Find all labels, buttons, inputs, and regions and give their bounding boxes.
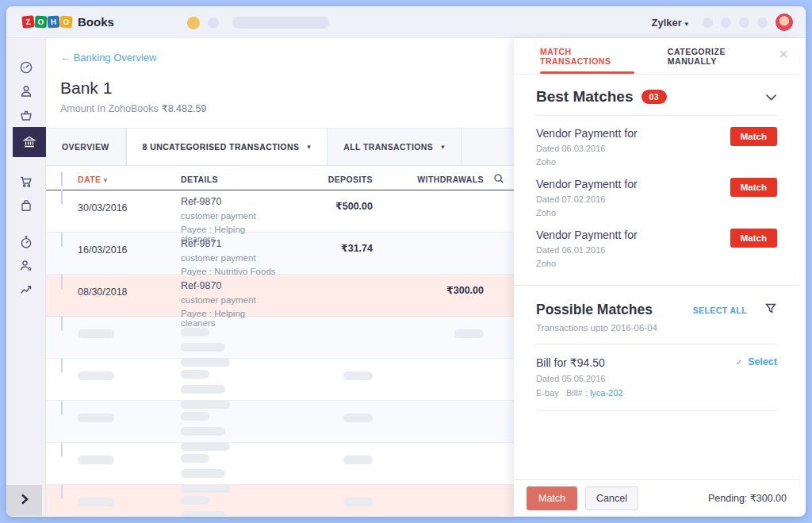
match-button[interactable]: Match <box>730 127 777 146</box>
sidebar-item-contacts[interactable] <box>13 79 40 103</box>
select-all-link[interactable]: SELECT ALL <box>693 306 747 315</box>
skeleton-row <box>46 401 514 443</box>
pending-amount: Pending: ₹300.00 <box>708 492 787 504</box>
row-checkbox[interactable] <box>61 316 63 331</box>
transaction-ref: Ref-9870 <box>181 196 282 207</box>
org-selector[interactable]: Zylker ▾ <box>652 17 688 29</box>
user-avatar[interactable] <box>776 13 793 31</box>
deposit-amount: ₹31.74 <box>282 233 373 276</box>
sidebar-item-sales[interactable] <box>13 170 40 194</box>
topbar-icon-placeholder-3 <box>739 17 749 28</box>
match-transactions-panel: MATCH TRANSACTIONS CATEGORIZE MANUALLY ×… <box>514 38 799 516</box>
best-matches-title: Best Matches <box>536 88 634 106</box>
match-button[interactable]: Match <box>730 178 777 197</box>
tab-uncategorised-transactions[interactable]: 8 UNCATEGORISED TRANSACTIONS▾ <box>126 129 328 165</box>
chevron-right-icon <box>21 494 29 508</box>
amount-value: ₹8.482.59 <box>162 103 207 114</box>
tab-overview[interactable]: OVERVIEW <box>46 129 126 165</box>
cart-icon <box>19 175 33 189</box>
skeleton-bar <box>181 496 209 505</box>
filter-funnel-icon[interactable] <box>764 302 777 318</box>
sidebar-item-purchases[interactable] <box>13 194 40 217</box>
topbar-icon-placeholder-1 <box>703 17 713 28</box>
bill-vendor: E-bay <box>536 388 559 398</box>
match-item-vendor: Zoho <box>536 259 777 268</box>
column-header-deposits: DEPOSITS <box>282 175 373 184</box>
sidebar-item-accountant[interactable] <box>13 254 40 278</box>
sidebar-item-banking[interactable] <box>13 127 46 157</box>
transactions-table: DATE ▾ DETAILS DEPOSITS WITHDRAWALS 30/0… <box>46 169 514 516</box>
logo-tile-h: H <box>48 16 60 29</box>
bank-icon <box>22 135 36 149</box>
bag-icon <box>19 198 33 213</box>
skeleton-bar <box>343 413 373 422</box>
back-to-banking-overview-link[interactable]: ← Banking Overview <box>60 52 156 63</box>
close-icon[interactable]: × <box>779 46 788 62</box>
transaction-type: customer payment <box>181 295 282 305</box>
basket-icon <box>19 108 33 122</box>
table-row-selected[interactable]: 08/30/2018 Ref-9870 customer payment Pay… <box>46 275 514 317</box>
skeleton-row <box>46 485 514 516</box>
possible-match-item: Bill for ₹94.50 Dated 05.05.2016 E-bay B… <box>514 344 799 410</box>
row-checkbox[interactable] <box>61 484 63 499</box>
bank-name-title: Bank 1 <box>60 79 112 98</box>
sidebar-item-reports[interactable] <box>13 278 40 302</box>
skeleton-bar <box>181 427 225 436</box>
row-checkbox[interactable] <box>61 232 63 247</box>
bill-number-link[interactable]: lyca-202 <box>590 388 623 398</box>
logo-product-name: Books <box>78 15 114 29</box>
tab-all-transactions[interactable]: ALL TRANSACTIONS▾ <box>327 129 462 165</box>
sidebar-item-time-tracking[interactable] <box>13 230 40 254</box>
stopwatch-icon <box>19 235 33 249</box>
check-icon: ✓ <box>736 358 742 367</box>
sort-caret-icon: ▾ <box>104 176 108 184</box>
row-checkbox[interactable] <box>61 274 63 289</box>
best-match-item: Vendor Paymentt for Dated 07.02.2016 Zoh… <box>514 167 799 217</box>
row-checkbox[interactable] <box>61 358 63 373</box>
sidebar-item-dashboard[interactable] <box>13 56 40 79</box>
column-header-date[interactable]: DATE ▾ <box>78 175 181 184</box>
row-checkbox[interactable] <box>61 442 63 457</box>
skeleton-bar <box>343 371 373 380</box>
match-item-vendor: Zoho <box>536 208 777 217</box>
sidebar-expand-button[interactable] <box>6 485 42 516</box>
bill-vendor-line: E-bay Bill# : lyca-202 <box>536 388 777 398</box>
possible-matches-title: Possible Matches <box>536 302 653 318</box>
bill-number-label: Bill# : <box>566 388 588 398</box>
banking-main-area: ← Banking Overview Bank 1 Amount In Zoho… <box>46 38 514 516</box>
left-nav-sidebar <box>6 38 46 516</box>
skeleton-bar <box>78 371 114 380</box>
footer-cancel-button[interactable]: Cancel <box>585 486 638 510</box>
table-row[interactable]: 30/03/2016 Ref-9870 customer payment Pay… <box>46 190 514 233</box>
match-button[interactable]: Match <box>730 229 777 248</box>
skeleton-bar <box>343 456 373 464</box>
footer-match-button[interactable]: Match <box>527 486 577 510</box>
row-checkbox[interactable] <box>61 400 63 415</box>
skeleton-bar <box>181 469 225 478</box>
tab-match-transactions[interactable]: MATCH TRANSACTIONS <box>540 38 634 74</box>
table-row[interactable]: 16/03/2016 Ref-9871 customer payment Pay… <box>46 233 514 275</box>
topbar-notification-dot[interactable] <box>187 17 200 29</box>
skeleton-bar <box>181 370 209 379</box>
app-window: Z O H O Books Zylker ▾ <box>6 6 806 517</box>
topbar-placeholder-dot <box>208 17 219 29</box>
row-checkbox[interactable] <box>61 190 63 205</box>
tab-categorize-manually[interactable]: CATEGORIZE MANUALLY <box>668 38 766 74</box>
possible-matches-header: Possible Matches SELECT ALL <box>514 286 799 318</box>
logo-tile-o1: O <box>34 15 47 28</box>
chevron-down-icon[interactable] <box>765 90 777 104</box>
search-icon[interactable] <box>493 173 504 187</box>
topbar-icon-placeholder-2 <box>721 17 731 28</box>
skeleton-bar <box>78 329 114 338</box>
select-all-checkbox[interactable] <box>61 171 63 187</box>
bill-date: Dated 05.05.2016 <box>536 374 777 383</box>
transaction-ref: Ref-9870 <box>181 280 282 291</box>
topbar-search-placeholder[interactable] <box>232 17 329 29</box>
sidebar-item-items[interactable] <box>13 103 40 127</box>
topbar-icon-placeholder-4 <box>757 17 768 28</box>
column-header-details: DETAILS <box>181 175 282 184</box>
column-header-withdrawals: WITHDRAWALS <box>373 175 484 184</box>
zoho-books-logo[interactable]: Z O H O Books <box>22 15 114 29</box>
skeleton-bar <box>78 498 114 506</box>
select-bill-button[interactable]: ✓Select <box>736 356 777 367</box>
